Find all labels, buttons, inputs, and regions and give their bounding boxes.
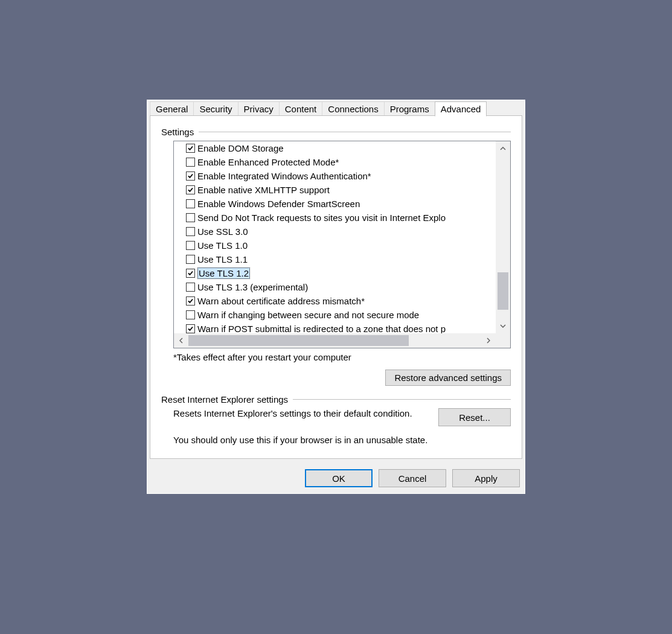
tab-privacy[interactable]: Privacy (238, 101, 280, 116)
scroll-right-icon[interactable] (481, 333, 496, 348)
checkbox[interactable] (186, 255, 195, 264)
internet-options-dialog: GeneralSecurityPrivacyContentConnections… (147, 100, 525, 494)
checkbox[interactable] (186, 310, 195, 319)
list-item[interactable]: Warn if POST submittal is redirected to … (186, 322, 496, 333)
vertical-scrollbar[interactable] (496, 141, 510, 333)
checkbox[interactable] (186, 185, 195, 194)
list-item-label: Enable DOM Storage (197, 143, 284, 153)
tab-programs[interactable]: Programs (384, 101, 435, 116)
tab-general[interactable]: General (150, 101, 194, 116)
scroll-left-icon[interactable] (174, 333, 188, 348)
apply-button[interactable]: Apply (452, 469, 520, 487)
list-item-label: Warn about certificate address mismatch* (197, 296, 365, 306)
reset-group-label: Reset Internet Explorer settings (161, 394, 511, 405)
dialog-button-row: OK Cancel Apply (147, 463, 525, 493)
checkbox[interactable] (186, 324, 195, 333)
list-item[interactable]: Use TLS 1.1 (186, 252, 496, 266)
list-item-label: Use TLS 1.0 (197, 240, 248, 251)
list-item-label: Warn if changing between secure and not … (197, 310, 419, 320)
list-viewport: Enable DOM StorageEnable Enhanced Protec… (174, 141, 496, 333)
scroll-corner (496, 333, 510, 348)
reset-button[interactable]: Reset... (438, 408, 511, 426)
checkbox[interactable] (186, 227, 195, 236)
restart-note: *Takes effect after you restart your com… (173, 352, 511, 362)
list-item[interactable]: Use TLS 1.2 (186, 266, 496, 280)
checkbox[interactable] (186, 158, 195, 167)
reset-group-text: Reset Internet Explorer settings (161, 394, 293, 405)
horizontal-scrollbar[interactable] (174, 333, 510, 348)
list-item-label: Enable Enhanced Protected Mode* (197, 157, 339, 167)
tab-connections[interactable]: Connections (322, 101, 384, 116)
settings-group-label: Settings (161, 127, 511, 137)
tab-security[interactable]: Security (193, 101, 238, 116)
group-rule (293, 399, 511, 400)
list-content: Enable DOM StorageEnable Enhanced Protec… (174, 141, 496, 333)
list-item-label: Enable Integrated Windows Authentication… (197, 171, 371, 181)
checkbox[interactable] (186, 199, 195, 208)
horizontal-scroll-thumb[interactable] (188, 335, 409, 346)
list-item[interactable]: Warn if changing between secure and not … (186, 308, 496, 322)
list-item-label: Use SSL 3.0 (197, 226, 248, 237)
tab-advanced[interactable]: Advanced (435, 101, 487, 117)
cancel-button[interactable]: Cancel (379, 469, 446, 487)
checkbox[interactable] (186, 171, 195, 181)
tab-panel-advanced: Settings Enable DOM StorageEnable Enhanc… (150, 115, 522, 459)
checkbox[interactable] (186, 296, 195, 306)
list-item-label: Use TLS 1.1 (197, 254, 248, 264)
list-item[interactable]: Enable native XMLHTTP support (186, 183, 496, 197)
list-item[interactable]: Enable Enhanced Protected Mode* (186, 155, 496, 169)
reset-warning: You should only use this if your browser… (173, 435, 511, 445)
settings-listbox[interactable]: Enable DOM StorageEnable Enhanced Protec… (173, 141, 511, 348)
list-item-label: Enable native XMLHTTP support (197, 185, 330, 195)
checkbox[interactable] (186, 213, 195, 222)
tab-bar: GeneralSecurityPrivacyContentConnections… (147, 100, 525, 116)
list-item[interactable]: Warn about certificate address mismatch* (186, 294, 496, 308)
ok-button[interactable]: OK (305, 469, 373, 487)
restore-advanced-button[interactable]: Restore advanced settings (385, 370, 511, 386)
list-item-label: Use TLS 1.3 (experimental) (197, 282, 308, 292)
list-item[interactable]: Enable Windows Defender SmartScreen (186, 197, 496, 211)
reset-group: Reset Internet Explorer settings Resets … (161, 394, 511, 445)
list-item-label: Warn if POST submittal is redirected to … (197, 324, 446, 333)
vertical-scroll-thumb[interactable] (498, 272, 508, 310)
scroll-down-icon[interactable] (496, 319, 510, 333)
list-item[interactable]: Use TLS 1.3 (experimental) (186, 280, 496, 294)
list-item-label: Send Do Not Track requests to sites you … (197, 213, 446, 223)
list-item[interactable]: Enable DOM Storage (186, 141, 496, 155)
tab-content[interactable]: Content (279, 101, 323, 116)
checkbox[interactable] (186, 283, 195, 292)
list-item[interactable]: Enable Integrated Windows Authentication… (186, 169, 496, 183)
group-rule (199, 132, 511, 132)
list-item-label: Use TLS 1.2 (197, 267, 250, 279)
checkbox[interactable] (186, 241, 195, 250)
list-item-label: Enable Windows Defender SmartScreen (197, 199, 360, 209)
list-item[interactable]: Use TLS 1.0 (186, 239, 496, 252)
list-item[interactable]: Send Do Not Track requests to sites you … (186, 211, 496, 225)
settings-group-text: Settings (161, 127, 199, 137)
list-item[interactable]: Use SSL 3.0 (186, 225, 496, 239)
checkbox[interactable] (186, 144, 195, 153)
checkbox[interactable] (186, 269, 195, 278)
reset-description: Resets Internet Explorer's settings to t… (173, 408, 427, 426)
scroll-up-icon[interactable] (496, 141, 510, 156)
